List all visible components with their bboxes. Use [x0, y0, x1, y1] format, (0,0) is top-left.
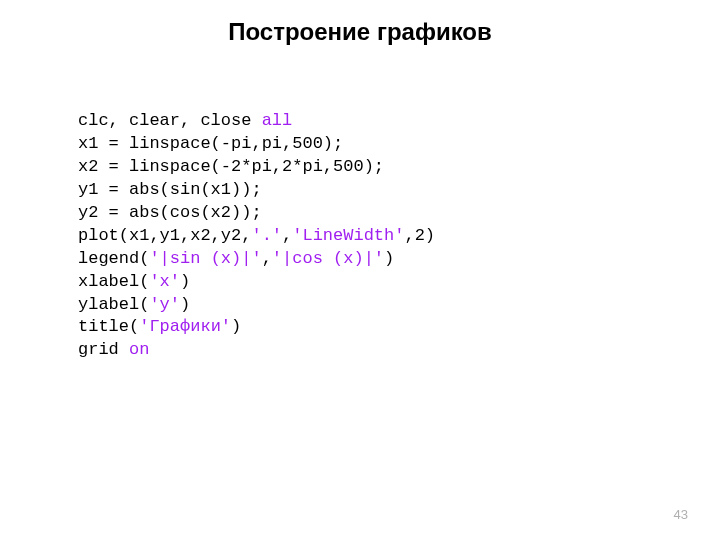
code-line-2: x1 = linspace(-pi,pi,500);	[78, 134, 343, 153]
code-line-10: title('Графики')	[78, 317, 241, 336]
keyword-all: all	[262, 111, 293, 130]
string-y: 'y'	[149, 295, 180, 314]
string-dot: '.'	[251, 226, 282, 245]
code-line-8: xlabel('x')	[78, 272, 190, 291]
page-number: 43	[674, 507, 688, 522]
string-title: 'Графики'	[139, 317, 231, 336]
code-line-9: ylabel('y')	[78, 295, 190, 314]
code-line-11: grid on	[78, 340, 149, 359]
string-cos: '|cos (x)|'	[272, 249, 384, 268]
string-linewidth: 'LineWidth'	[292, 226, 404, 245]
code-line-7: legend('|sin (x)|','|cos (x)|')	[78, 249, 394, 268]
code-line-1: clc, clear, close all	[78, 111, 292, 130]
string-sin: '|sin (x)|'	[149, 249, 261, 268]
code-line-3: x2 = linspace(-2*pi,2*pi,500);	[78, 157, 384, 176]
code-line-5: y2 = abs(cos(x2));	[78, 203, 262, 222]
code-line-4: y1 = abs(sin(x1));	[78, 180, 262, 199]
slide-title: Построение графиков	[0, 18, 720, 46]
keyword-on: on	[129, 340, 149, 359]
code-line-6: plot(x1,y1,x2,y2,'.','LineWidth',2)	[78, 226, 435, 245]
code-block: clc, clear, close all x1 = linspace(-pi,…	[78, 110, 435, 362]
slide: Построение графиков clc, clear, close al…	[0, 0, 720, 540]
string-x: 'x'	[149, 272, 180, 291]
